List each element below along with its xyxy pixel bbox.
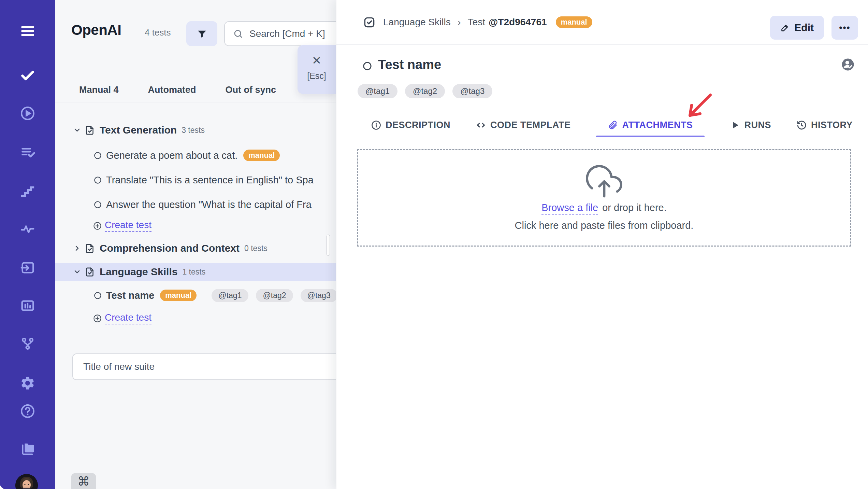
status-circle-icon	[94, 201, 102, 209]
app-window: OpenAI 4 tests ✕ [Esc] Manual 4 Automate…	[0, 0, 868, 489]
breadcrumb-test-label: Test	[468, 17, 485, 28]
tab-manual-count: 4	[114, 85, 119, 95]
tests-check-icon[interactable]	[20, 67, 35, 83]
tag-pill: @tag1	[358, 84, 397, 98]
menu-icon[interactable]	[20, 23, 35, 39]
header-divider	[336, 44, 868, 45]
test-title[interactable]: Translate "This is a sentence in English…	[106, 174, 314, 186]
chevron-down-icon[interactable]	[73, 268, 81, 276]
tab-attachments[interactable]: ATTACHMENTS	[596, 113, 705, 137]
code-icon	[476, 120, 486, 130]
folder-icon[interactable]	[20, 441, 35, 456]
tag-pill: @tag3	[452, 84, 492, 98]
create-test-row: Create test	[55, 308, 336, 329]
suite-row-language-skills-selected[interactable]: Language Skills 1 tests	[55, 263, 336, 281]
test-row[interactable]: Answer the question "What is the capital…	[55, 192, 336, 217]
paste-hint: Click here and paste files from clipboar…	[515, 220, 694, 231]
history-clock-icon	[796, 120, 807, 130]
create-test-link[interactable]: Create test	[105, 312, 151, 324]
file-check-icon	[85, 267, 95, 277]
new-suite-input[interactable]	[72, 353, 336, 380]
steps-icon[interactable]	[20, 183, 35, 199]
paperclip-icon	[608, 120, 618, 130]
suite-test-count: 1 tests	[182, 267, 205, 277]
filter-button[interactable]	[186, 21, 217, 46]
tab-automated[interactable]: Automated	[148, 85, 196, 95]
suite-title[interactable]: Text Generation	[100, 124, 177, 136]
search-box[interactable]	[224, 21, 336, 46]
scrollbar-thumb[interactable]	[327, 235, 330, 256]
user-avatar[interactable]	[15, 474, 38, 489]
status-circle-icon	[363, 61, 372, 71]
ellipsis-icon: •••	[839, 23, 850, 33]
more-actions-button[interactable]: •••	[831, 16, 858, 40]
info-icon	[371, 120, 381, 130]
suite-test-count: 3 tests	[182, 126, 205, 135]
close-icon[interactable]: ✕	[312, 55, 322, 66]
branch-icon[interactable]	[20, 336, 35, 351]
file-check-icon	[85, 125, 95, 136]
search-icon	[233, 29, 243, 39]
suites-header: OpenAI 4 tests	[55, 21, 336, 46]
tag-pill: @tag2	[405, 84, 445, 98]
status-circle-icon	[94, 152, 102, 159]
status-circle-icon	[94, 176, 102, 184]
plus-circle-icon[interactable]	[93, 222, 102, 230]
browse-file-link[interactable]: Browse a file	[541, 202, 598, 215]
chevron-right-icon[interactable]	[73, 244, 81, 252]
tag-pill: @tag2	[256, 289, 293, 302]
suite-title[interactable]: Comprehension and Context	[100, 242, 240, 254]
suites-tabs: Manual 4 Automated Out of sync	[55, 78, 336, 102]
play-circle-icon[interactable]	[20, 106, 35, 121]
test-row[interactable]: Translate "This is a sentence in English…	[55, 167, 336, 193]
suite-title[interactable]: Language Skills	[100, 266, 177, 278]
tag-pill: @tag1	[212, 289, 248, 302]
pencil-icon	[780, 23, 790, 32]
help-icon[interactable]	[20, 403, 35, 419]
gear-icon[interactable]	[20, 375, 35, 391]
tab-runs[interactable]: RUNS	[730, 113, 771, 137]
manual-badge: manual	[556, 16, 592, 28]
funnel-icon	[197, 28, 207, 39]
tab-code-template[interactable]: CODE TEMPLATE	[476, 113, 571, 137]
create-test-row: Create test	[55, 215, 336, 236]
tab-history[interactable]: HISTORY	[796, 113, 853, 137]
test-title[interactable]: Generate a poem about a cat.	[106, 150, 237, 161]
tab-manual[interactable]: Manual 4	[79, 85, 119, 95]
activity-icon[interactable]	[20, 221, 35, 237]
test-detail-panel: Language Skills › Test @T2d964761 manual…	[336, 0, 868, 489]
detail-tabs: DESCRIPTION CODE TEMPLATE ATTACHMENTS RU…	[336, 113, 868, 137]
bar-chart-icon[interactable]	[20, 298, 35, 313]
create-test-link[interactable]: Create test	[105, 220, 151, 232]
breadcrumb-suite[interactable]: Language Skills	[383, 17, 451, 28]
sidebar	[0, 0, 55, 489]
list-check-icon[interactable]	[20, 144, 35, 160]
chevron-down-icon[interactable]	[73, 126, 81, 134]
command-key-button[interactable]: ⌘	[71, 473, 96, 489]
breadcrumb-test-id: @T2d964761	[489, 17, 547, 28]
manual-badge: manual	[243, 150, 280, 161]
edit-button[interactable]: Edit	[770, 16, 824, 40]
sign-in-icon[interactable]	[20, 260, 35, 276]
suite-row-text-generation[interactable]: Text Generation 3 tests	[55, 119, 336, 141]
assignee-user-check-icon[interactable]	[841, 57, 855, 72]
upload-cloud-icon	[584, 163, 624, 200]
search-input[interactable]	[249, 28, 336, 39]
plus-circle-icon[interactable]	[93, 314, 102, 323]
suite-row-comprehension[interactable]: Comprehension and Context 0 tests	[55, 237, 336, 260]
suites-panel: OpenAI 4 tests ✕ [Esc] Manual 4 Automate…	[55, 0, 336, 489]
test-tags: @tag1 @tag2 @tag3	[358, 84, 492, 98]
command-icon: ⌘	[77, 474, 90, 489]
test-row[interactable]: Generate a poem about a cat. manual	[55, 143, 336, 168]
test-title[interactable]: Test name	[106, 290, 154, 301]
task-check-icon	[363, 16, 376, 29]
test-title-row: Test name	[336, 57, 868, 78]
tag-pill: @tag3	[301, 289, 336, 302]
drop-hint: or drop it here.	[602, 202, 667, 213]
test-row-test-name[interactable]: Test name manual @tag1 @tag2 @tag3	[55, 283, 336, 308]
play-icon	[730, 120, 740, 130]
test-title[interactable]: Answer the question "What is the capital…	[106, 199, 312, 210]
tab-description[interactable]: DESCRIPTION	[371, 113, 450, 137]
tab-out-of-sync[interactable]: Out of sync	[226, 85, 276, 95]
file-dropzone[interactable]: Browse a file or drop it here. Click her…	[357, 149, 851, 247]
